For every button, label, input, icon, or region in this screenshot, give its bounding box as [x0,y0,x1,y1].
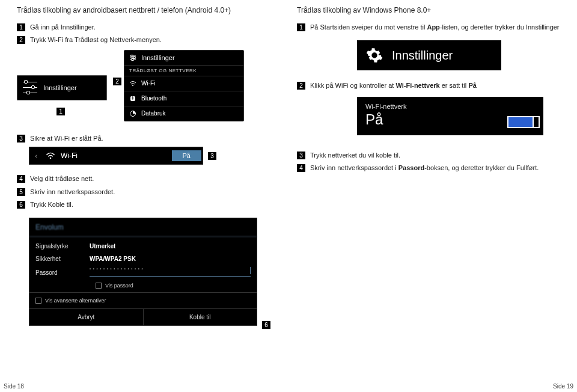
step-text: Skriv inn nettverkspassordet i Passord-b… [310,164,539,173]
settings-header: Innstillinger [124,51,243,65]
step-badge: 3 [17,135,25,142]
show-password-label: Vis passord [105,283,133,289]
step-text: Velg ditt trådløse nett. [30,174,94,183]
advanced-label: Vis avanserte alternativer [45,298,106,304]
security-label: Sikkerhet [35,256,90,262]
callout-2: 2 [113,78,121,85]
step-badge: 4 [297,164,305,172]
wp-settings-tile[interactable]: Innstillinger [357,40,501,70]
row-wifi[interactable]: Wi-Fi [124,76,243,91]
step-text: Trykk Wi-Fi fra Trådløst og Nettverk-men… [30,35,162,44]
step-badge: 2 [17,36,25,44]
svg-point-6 [132,85,133,86]
android-settings-mock: Innstillinger 1 Innstillinger TRÅDLØST O… [17,50,272,128]
svg-point-9 [50,158,52,159]
wp-step-3: 3 Trykk nettverket du vil koble til. [297,151,560,160]
step-1: 1 Gå inn på Innstillinger. [17,23,272,32]
section-label: TRÅDLØST OG NETTVERK [124,65,243,76]
page-number-right: Side 19 [553,383,573,390]
step-text: Klikk på WiFi og kontroller at Wi-Fi-net… [310,81,477,90]
security-value: WPA/WPA2 PSK [90,256,136,262]
page-number-left: Side 18 [4,383,24,390]
step-text: Sikre at Wi-Fi er slått På. [30,134,103,143]
left-page: Trådløs tilkobling av androidbasert nett… [0,0,288,392]
bluetooth-icon [129,95,136,102]
password-input[interactable] [90,268,251,277]
row-data[interactable]: Databruk [124,106,243,121]
row-bluetooth[interactable]: Bluetooth [124,91,243,106]
step-badge: 3 [297,152,305,159]
wifi-label: Wi-Fi [58,152,172,160]
step-badge: 1 [17,23,25,31]
row-label: Wi-Fi [141,80,155,87]
back-icon[interactable]: ‹ [29,152,43,159]
sliders-icon [129,54,136,61]
callout-6: 6 [262,321,270,329]
step-2: 2 Trykk Wi-Fi fra Trådløst og Nettverk-m… [17,35,272,44]
step-6: 6 Trykk Koble til. [17,200,272,209]
password-label: Passord [35,269,90,276]
wifi-icon [129,80,136,87]
step-text: Skriv inn nettverkspassordet. [30,188,115,197]
left-title: Trådløs tilkobling av androidbasert nett… [17,6,272,14]
wp-panel-small: Wi-Fi-nettverk [365,103,535,110]
step-badge: 5 [17,188,25,196]
data-usage-icon [129,110,136,117]
header-text: Innstillinger [141,54,175,61]
wp-step-1: 1 På Startsiden sveiper du mot venstre t… [297,23,560,32]
wp-step-4: 4 Skriv inn nettverkspassordet i Passord… [297,164,560,173]
wifi-icon [43,151,58,161]
step-text: Trykk Koble til. [30,200,73,209]
row-label: Databruk [141,110,166,117]
step-badge: 1 [297,23,305,31]
wp-tile-label: Innstillinger [392,49,453,63]
step-4: 4 Velg ditt trådløse nett. [17,174,272,183]
row-label: Bluetooth [141,95,166,102]
dialog-title: Envolum [29,218,257,237]
connect-button[interactable]: Koble til [143,309,257,325]
wp-step-2: 2 Klikk på WiFi og kontroller at Wi-Fi-n… [297,81,560,90]
android-settings-label: Innstillinger [43,84,77,91]
signal-label: Signalstyrke [35,243,90,250]
svg-rect-3 [131,55,133,57]
android-settings-tile[interactable]: Innstillinger [17,75,107,100]
right-title: Trådløs tilkobling av Windows Phone 8.0+ [297,6,560,14]
wifi-toggle-bar: ‹ Wi-Fi På [29,147,203,165]
cancel-button[interactable]: Avbryt [29,309,143,325]
sliders-icon [20,78,40,97]
right-page: Trådløs tilkobling av Windows Phone 8.0+… [288,0,577,392]
show-password-checkbox[interactable]: Vis passord [96,283,251,289]
step-5: 5 Skriv inn nettverkspassordet. [17,188,272,197]
wp-wifi-switch[interactable] [507,116,540,128]
signal-value: Utmerket [90,243,115,250]
step-badge: 2 [297,82,305,90]
step-text: Trykk nettverket du vil koble til. [310,151,400,160]
svg-rect-7 [130,96,135,101]
wp-wifi-panel: Wi-Fi-nettverk På [357,97,543,135]
step-text: Gå inn på Innstillinger. [30,23,96,32]
advanced-checkbox[interactable]: Vis avanserte alternativer [29,292,257,308]
gear-icon [365,46,383,64]
step-badge: 4 [17,175,25,183]
callout-3: 3 [208,152,216,160]
wifi-switch[interactable]: På [172,150,201,161]
step-3: 3 Sikre at Wi-Fi er slått På. [17,134,272,143]
wifi-connect-dialog: Envolum Signalstyrke Utmerket Sikkerhet … [29,218,257,326]
svg-rect-5 [132,58,133,60]
android-settings-list: Innstillinger TRÅDLØST OG NETTVERK Wi-Fi… [124,50,244,121]
step-text: På Startsiden sveiper du mot venstre til… [310,23,560,32]
callout-1: 1 [56,108,65,115]
step-badge: 6 [17,201,25,209]
